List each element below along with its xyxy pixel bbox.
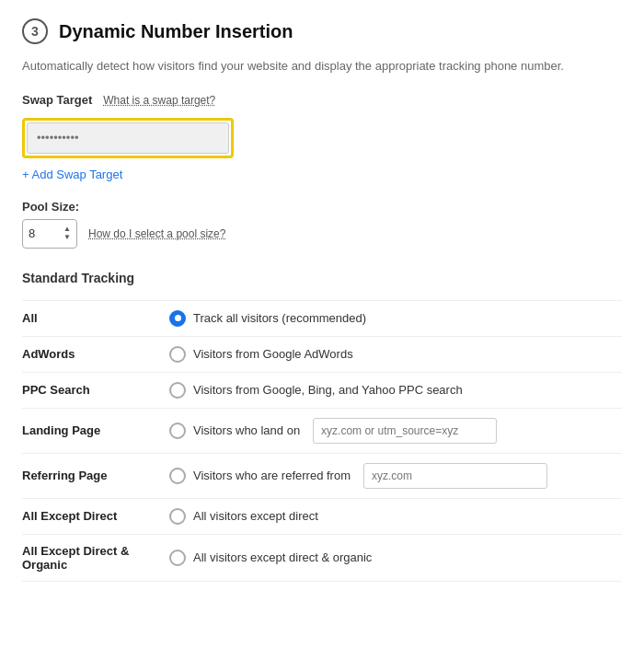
radio-button[interactable] [169, 508, 186, 525]
tracking-option[interactable]: Visitors who land on [169, 418, 622, 444]
tracking-option-text: All visitors except direct [193, 509, 318, 523]
tracking-row: Landing PageVisitors who land on [22, 408, 622, 453]
tracking-row-label: All Except Direct [22, 509, 169, 523]
page-title: Dynamic Number Insertion [59, 21, 293, 42]
spinner-down-arrow[interactable]: ▼ [63, 234, 71, 241]
pool-size-help-link[interactable]: How do I select a pool size? [88, 227, 225, 240]
section-description: Automatically detect how visitors find y… [22, 57, 622, 75]
tracking-row-label: All [22, 311, 169, 325]
spinner-up-arrow[interactable]: ▲ [63, 226, 71, 233]
swap-target-input[interactable] [27, 122, 229, 154]
tracking-option[interactable]: Visitors who are referred from [169, 463, 622, 489]
tracking-row: Referring PageVisitors who are referred … [22, 453, 622, 498]
tracking-row: AllTrack all visitors (recommended) [22, 300, 622, 336]
pool-size-section: Pool Size: 8 ▲ ▼ How do I select a pool … [22, 200, 622, 249]
tracking-option[interactable]: All visitors except direct & organic [169, 550, 622, 566]
tracking-row: All Except DirectAll visitors except dir… [22, 498, 622, 534]
pool-size-label: Pool Size: [22, 200, 622, 214]
tracking-row: All Except Direct & OrganicAll visitors … [22, 534, 622, 581]
pool-size-value: 8 [29, 226, 35, 240]
pool-size-row: 8 ▲ ▼ How do I select a pool size? [22, 219, 622, 249]
section-header: 3 Dynamic Number Insertion [22, 18, 622, 44]
swap-target-input-wrapper [22, 118, 234, 158]
tracking-row-label: AdWords [22, 347, 169, 361]
standard-tracking-title: Standard Tracking [22, 271, 622, 285]
add-swap-target-button[interactable]: + Add Swap Target [22, 168, 122, 181]
swap-target-label: Swap Target [22, 93, 92, 107]
tracking-option[interactable]: Visitors from Google AdWords [169, 346, 622, 363]
tracking-row-label: PPC Search [22, 383, 169, 397]
radio-button[interactable] [169, 382, 186, 399]
radio-button[interactable] [169, 346, 186, 363]
radio-button[interactable] [169, 468, 186, 484]
tracking-row-label: Referring Page [22, 469, 169, 482]
tracking-row-label: All Except Direct & Organic [22, 544, 169, 572]
spinner-arrows[interactable]: ▲ ▼ [63, 226, 71, 241]
tracking-rows: AllTrack all visitors (recommended)AdWor… [22, 300, 622, 582]
tracking-option[interactable]: All visitors except direct [169, 508, 622, 525]
radio-button[interactable] [169, 310, 186, 327]
tracking-inline-input[interactable] [313, 418, 497, 444]
tracking-option[interactable]: Track all visitors (recommended) [169, 310, 622, 327]
tracking-option-text: Visitors who are referred from [193, 469, 351, 482]
standard-tracking-section: Standard Tracking AllTrack all visitors … [22, 271, 622, 582]
tracking-option-text: Visitors from Google, Bing, and Yahoo PP… [193, 383, 463, 397]
tracking-option-text: Track all visitors (recommended) [193, 311, 366, 325]
tracking-inline-input[interactable] [363, 463, 547, 489]
tracking-option-text: Visitors from Google AdWords [193, 347, 353, 361]
tracking-row-label: Landing Page [22, 423, 169, 437]
step-indicator: 3 [22, 18, 48, 44]
tracking-row: AdWordsVisitors from Google AdWords [22, 336, 622, 372]
tracking-option-text: Visitors who land on [193, 423, 300, 437]
swap-target-help-link[interactable]: What is a swap target? [103, 94, 215, 107]
pool-size-spinner[interactable]: 8 ▲ ▼ [22, 219, 77, 249]
tracking-row: PPC SearchVisitors from Google, Bing, an… [22, 372, 622, 408]
radio-button[interactable] [169, 423, 186, 439]
radio-button[interactable] [169, 550, 186, 566]
tracking-option-text: All visitors except direct & organic [193, 550, 372, 564]
tracking-option[interactable]: Visitors from Google, Bing, and Yahoo PP… [169, 382, 622, 399]
swap-target-section: Swap Target What is a swap target? [22, 92, 622, 158]
